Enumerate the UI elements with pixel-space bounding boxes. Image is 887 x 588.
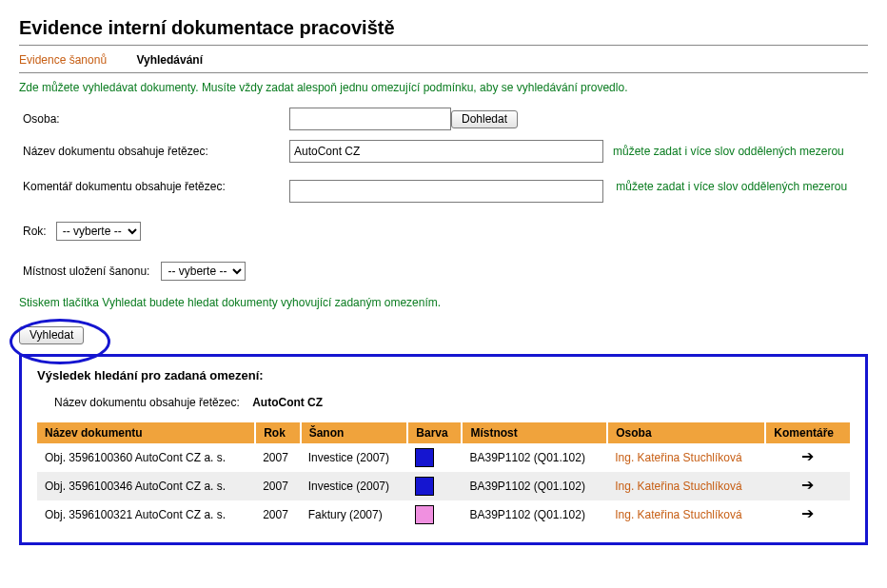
- komentar-label: Komentář dokumentu obsahuje řetězec:: [23, 180, 289, 193]
- color-swatch: [415, 448, 434, 467]
- results-panel: Výsledek hledání pro zadaná omezení: Náz…: [19, 354, 868, 545]
- cell-nazev: Obj. 3596100360 AutoCont CZ a. s.: [37, 443, 255, 472]
- osoba-input[interactable]: [289, 108, 451, 130]
- person-link[interactable]: Ing. Kateřina Stuchlíková: [615, 451, 741, 464]
- rok-label: Rok:: [23, 225, 47, 238]
- cell-rok: 2007: [255, 443, 300, 472]
- tab-search[interactable]: Vyhledávání: [136, 53, 203, 67]
- cell-nazev: Obj. 3596100321 AutoCont CZ a. s.: [37, 500, 255, 529]
- nazev-label: Název dokumentu obsahuje řetězec:: [23, 145, 289, 158]
- page-title: Evidence interní dokumentace pracoviště: [19, 17, 868, 39]
- col-mistnost: Místnost: [462, 422, 607, 443]
- divider: [19, 45, 868, 46]
- table-row: Obj. 3596100321 AutoCont CZ a. s.2007Fak…: [37, 500, 850, 529]
- cell-komentare: ➔: [765, 500, 850, 529]
- cell-sanon: Faktury (2007): [301, 500, 408, 529]
- cell-mistnost: BA39P1102 (Q01.102): [462, 443, 607, 472]
- arrow-right-icon[interactable]: ➔: [801, 508, 814, 519]
- cell-mistnost: BA39P1102 (Q01.102): [462, 500, 607, 529]
- instruction-text: Stiskem tlačítka Vyhledat budete hledat …: [19, 296, 868, 309]
- arrow-right-icon[interactable]: ➔: [801, 480, 814, 491]
- intro-text: Zde můžete vyhledávat dokumenty. Musíte …: [19, 81, 868, 94]
- criteria-value: AutoCont CZ: [252, 396, 323, 409]
- komentar-input[interactable]: [289, 180, 603, 203]
- person-link[interactable]: Ing. Kateřina Stuchlíková: [615, 508, 741, 521]
- table-row: Obj. 3596100346 AutoCont CZ a. s.2007Inv…: [37, 472, 850, 500]
- cell-barva: [407, 443, 462, 472]
- person-link[interactable]: Ing. Kateřina Stuchlíková: [615, 480, 741, 493]
- cell-rok: 2007: [255, 500, 300, 529]
- table-row: Obj. 3596100360 AutoCont CZ a. s.2007Inv…: [37, 443, 850, 472]
- divider: [19, 72, 868, 73]
- tab-bar: Evidence šanonů Vyhledávání: [19, 53, 868, 67]
- mistnost-select[interactable]: -- vyberte --: [161, 262, 246, 281]
- vyhledat-button[interactable]: Vyhledat: [19, 326, 84, 344]
- results-table: Název dokumentu Rok Šanon Barva Místnost…: [37, 422, 850, 529]
- cell-mistnost: BA39P1102 (Q01.102): [462, 472, 607, 500]
- search-form: Osoba: Dohledat Název dokumentu obsahuje…: [23, 108, 868, 283]
- col-nazev: Název dokumentu: [37, 422, 255, 443]
- cell-barva: [407, 500, 462, 529]
- color-swatch: [415, 477, 434, 496]
- tab-evidence[interactable]: Evidence šanonů: [19, 53, 107, 67]
- col-barva: Barva: [407, 422, 462, 443]
- cell-sanon: Investice (2007): [301, 443, 408, 472]
- cell-barva: [407, 472, 462, 500]
- dohledat-button[interactable]: Dohledat: [451, 110, 518, 128]
- cell-osoba: Ing. Kateřina Stuchlíková: [607, 500, 765, 529]
- rok-select[interactable]: -- vyberte --: [56, 222, 141, 241]
- cell-nazev: Obj. 3596100346 AutoCont CZ a. s.: [37, 472, 255, 500]
- color-swatch: [415, 505, 434, 524]
- arrow-right-icon[interactable]: ➔: [801, 451, 814, 462]
- results-title: Výsledek hledání pro zadaná omezení:: [37, 368, 850, 382]
- criteria-label: Název dokumentu obsahuje řetězec:: [54, 396, 240, 409]
- cell-komentare: ➔: [765, 472, 850, 500]
- results-criteria: Název dokumentu obsahuje řetězec: AutoCo…: [54, 396, 850, 409]
- cell-rok: 2007: [255, 472, 300, 500]
- nazev-hint: můžete zadat i více slov oddělených meze…: [613, 145, 844, 158]
- cell-sanon: Investice (2007): [301, 472, 408, 500]
- col-komentare: Komentáře: [765, 422, 850, 443]
- col-sanon: Šanon: [301, 422, 408, 443]
- osoba-label: Osoba:: [23, 112, 289, 126]
- mistnost-label: Místnost uložení šanonu:: [23, 265, 149, 278]
- cell-komentare: ➔: [765, 443, 850, 472]
- cell-osoba: Ing. Kateřina Stuchlíková: [607, 443, 765, 472]
- col-rok: Rok: [255, 422, 300, 443]
- col-osoba: Osoba: [607, 422, 765, 443]
- cell-osoba: Ing. Kateřina Stuchlíková: [607, 472, 765, 500]
- komentar-hint: můžete zadat i více slov oddělených meze…: [616, 180, 847, 193]
- nazev-input[interactable]: [289, 140, 603, 163]
